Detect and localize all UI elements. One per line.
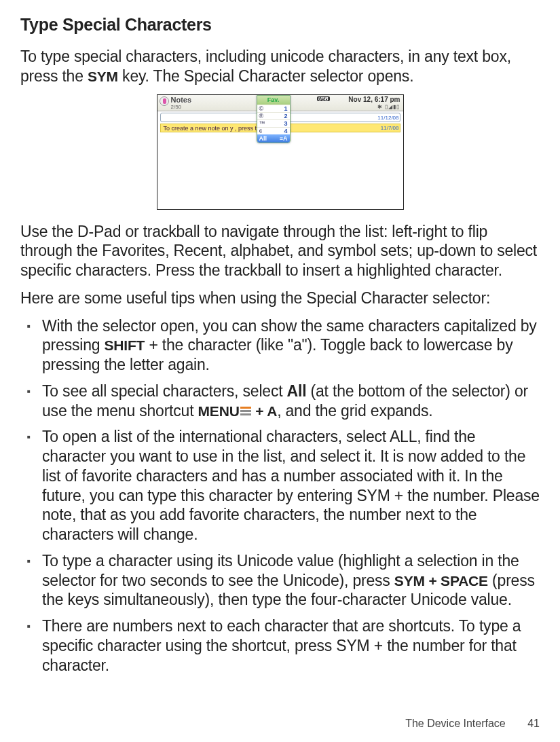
popup-symbol: ® [259,113,264,119]
key-label: SHIFT [105,337,145,353]
popup-number: 4 [284,128,287,134]
popup-number: 2 [284,113,287,119]
sym-key-label: SYM [88,69,118,84]
note-date-1: 11/12/08 [377,115,398,121]
popup-shortcut-label: ≡A [280,134,288,143]
popup-row: ™3 [257,119,290,127]
footer-section: The Device Interface [405,718,506,729]
intro-paragraph: To type special characters, including un… [20,47,540,86]
popup-symbol: © [259,105,264,112]
page-title: Type Special Characters [20,15,540,35]
clock-label: Nov 12, 6:17 pm [348,96,400,103]
key-label: SYM + SPACE [394,573,488,589]
popup-all-label: All [259,134,267,143]
status-icons: ✱ ▯◢▮▯ [377,104,400,110]
key-label: MENU [198,403,240,419]
popup-symbol: ™ [259,120,265,127]
popup-row: ©1 [257,105,290,112]
tip-text: , and the grid expands. [277,402,432,420]
tip-item: To type a character using its Unicode va… [23,551,540,610]
app-title: Notes [171,96,192,104]
popup-row: ¢4 [257,127,290,134]
usb-badge: USB [317,96,330,101]
paragraph-usage: Use the D-Pad or trackball to navigate t… [20,222,540,280]
tip-text: There are numbers next to each character… [42,617,521,674]
tip-item: To see all special characters, select Al… [23,382,540,421]
popup-number: 3 [284,120,287,127]
tip-item: There are numbers next to each character… [23,616,540,675]
popup-header: Fav. [257,96,290,105]
device-screenshot: Notes 2/50 USB Nov 12, 6:17 pm ✱ ▯◢▮▯ 11… [157,94,404,210]
intro-text-b: key. The Special Character selector open… [118,67,413,85]
special-char-popup: Fav. ©1®2™3¢4 All ≡A [257,95,291,143]
menu-icon [240,407,251,416]
popup-number: 1 [284,105,287,112]
tip-text: To open a list of the international char… [42,428,540,543]
tip-item: To open a list of the international char… [23,427,540,544]
footer-page-number: 41 [527,718,540,729]
tips-list: With the selector open, you can show the… [23,316,540,675]
popup-footer: All ≡A [257,134,290,143]
popup-symbol: ¢ [259,128,263,134]
popup-header-label: Fav. [267,96,279,103]
screenshot-figure: Notes 2/50 USB Nov 12, 6:17 pm ✱ ▯◢▮▯ 11… [20,94,540,212]
note-counter: 2/50 [171,104,182,110]
app-icon [160,96,169,106]
tip-text: To see all special characters, select [42,382,287,400]
page-footer: The Device Interface 41 [405,718,540,730]
key-label: + A [252,403,278,419]
note-date-2: 11/7/08 [381,125,399,131]
bold-label: All [287,382,307,400]
paragraph-tips-lead: Here are some useful tips when using the… [20,289,540,308]
popup-row: ®2 [257,112,290,119]
tip-item: With the selector open, you can show the… [23,316,540,375]
